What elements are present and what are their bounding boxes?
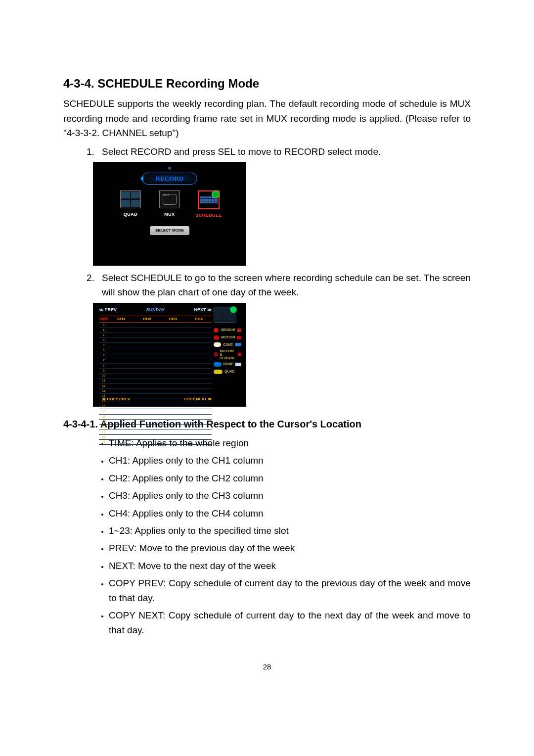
motion-legend-label: MOTION (221, 335, 235, 340)
bullet-ch3: CH3: Applies only to the CH3 column (109, 488, 471, 503)
step-2: Select SCHEDULE to go to the screen wher… (97, 271, 471, 300)
quad-icon (120, 190, 141, 208)
legend-cont: CONT. (214, 342, 241, 348)
day-label: SUNDAY (146, 307, 165, 314)
quad-pill-icon (214, 370, 222, 374)
col-ch2: CH2 (134, 316, 160, 322)
page-number: 28 (63, 661, 471, 672)
schedule-icon (198, 190, 220, 209)
intro-paragraph: SCHEDULE supports the weekly recording p… (63, 96, 471, 140)
copy-prev-label: ≪ COPY PREV (102, 396, 130, 402)
legend-sensor: SENSOR (214, 328, 241, 333)
bullet-copy-prev: COPY PREV: Copy schedule of current day … (109, 576, 471, 605)
select-mode-button: SELECT MODE (150, 226, 189, 235)
mux-icon (159, 190, 180, 208)
cont-swatch (235, 343, 241, 346)
quad-legend-label: QUAD (224, 369, 235, 375)
figure-record-select: RECORD QUAD MUX SCHEDULE SELECT MODE (93, 162, 471, 266)
prev-label: ≪ PREV (99, 307, 117, 314)
mode-quad: QUAD (117, 190, 144, 219)
legend-quad: QUAD (214, 369, 241, 375)
mux-label: MUX (156, 211, 183, 218)
quad-label: QUAD (117, 211, 144, 218)
steps-list-cont: Select SCHEDULE to go to the screen wher… (63, 271, 471, 300)
motion-pill-icon (214, 335, 219, 340)
motion-sensor-swatch (238, 353, 241, 356)
none-pill-icon (214, 362, 222, 367)
bullet-next: NEXT: Move to the next day of the week (109, 559, 471, 573)
steps-list: Select RECORD and press SEL to move to R… (63, 144, 471, 159)
cont-pill-icon (214, 342, 221, 347)
mode-schedule: SCHEDULE (195, 190, 222, 219)
sensor-pill-icon (214, 328, 219, 332)
none-legend-label: NONE (223, 362, 233, 367)
col-ch4: CH4 (186, 316, 212, 322)
mode-mux: MUX (156, 190, 183, 219)
col-ch1: CH1 (108, 316, 134, 322)
legend-motion: MOTION (214, 335, 241, 340)
schedule-label: SCHEDULE (195, 212, 222, 219)
dot-icon (168, 167, 171, 170)
motion-swatch (237, 336, 241, 339)
bullet-list: TIME: Applies to the whole region CH1: A… (63, 436, 471, 637)
col-time: TIME (99, 316, 108, 322)
legend-none: NONE (214, 362, 241, 367)
record-banner: RECORD (142, 173, 197, 185)
bullet-ch1: CH1: Applies only to the CH1 column (109, 453, 471, 468)
legend-motion-sensor: MOTION & SENSOR (214, 349, 241, 360)
cont-legend-label: CONT. (223, 342, 233, 348)
motion-sensor-pill-icon (214, 352, 218, 357)
col-ch3: CH3 (160, 316, 186, 322)
next-label: NEXT ≫ (194, 307, 212, 314)
copy-next-label: COPY NEXT ≫ (184, 396, 212, 402)
bullet-ch2: CH2: Applies only to the CH2 column (109, 471, 471, 485)
motion-sensor-legend-label: MOTION & SENSOR (220, 349, 236, 360)
figure-schedule-chart: ≪ PREV SUNDAY NEXT ≫ TIME CH1 CH2 CH3 CH… (93, 303, 471, 407)
none-swatch (235, 363, 241, 366)
schedule-table: TIME CH1 CH2 CH3 CH4 0123456789101112131… (99, 316, 212, 445)
clock-icon (212, 190, 220, 198)
sensor-swatch (237, 329, 241, 332)
section-heading: 4-3-4. SCHEDULE Recording Mode (63, 74, 471, 93)
sensor-legend-label: SENSOR (221, 328, 235, 333)
bullet-timeslot: 1~23: Applies only to the specified time… (109, 523, 471, 538)
step-1: Select RECORD and press SEL to move to R… (97, 144, 471, 159)
bullet-ch4: CH4: Applies only to the CH4 column (109, 506, 471, 520)
bullet-copy-next: COPY NEXT: Copy schedule of current day … (109, 608, 471, 637)
calendar-mini-icon (214, 307, 236, 323)
bullet-prev: PREV: Move to the previous day of the we… (109, 541, 471, 555)
